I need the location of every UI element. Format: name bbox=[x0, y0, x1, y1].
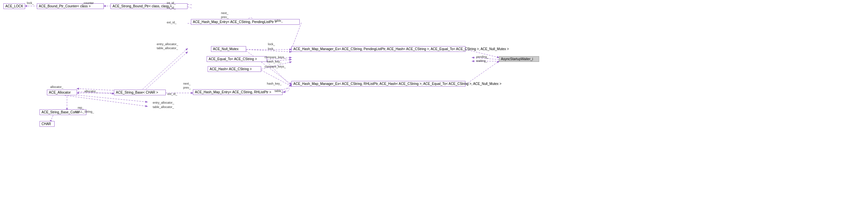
svg-line-17 bbox=[144, 52, 188, 91]
edge-label-compare2: compare_keys_ bbox=[265, 65, 286, 68]
node-ace-equal-to-cstring: ACE_Equal_To< ACE_CString > bbox=[207, 56, 267, 62]
edge-label-prev1: prev_ bbox=[221, 15, 229, 19]
node-ace-null-mutex: ACE_Null_Mutex bbox=[211, 46, 246, 52]
node-hash-map-entry-pending: ACE_Hash_Map_Entry< ACE_CString, Pending… bbox=[191, 19, 300, 25]
node-ace-lock: ACE_LOCK bbox=[3, 3, 25, 9]
edge-label-null-string: NULL_String_ bbox=[75, 110, 94, 113]
edge-label-extid2: ext_id_ bbox=[167, 92, 177, 96]
edge-label-table-alloc2: table_allocator_ bbox=[153, 105, 174, 109]
node-ace-string-base-char: ACE_String_Base< CHAR > bbox=[114, 90, 166, 95]
node-hash-map-entry-rhlist: ACE_Hash_Map_Entry< ACE_CString, RHListP… bbox=[193, 89, 283, 95]
edge-label-compare1: compare_keys_ bbox=[265, 56, 286, 59]
edge-label-intid2: int_id_ bbox=[167, 6, 176, 9]
edge-label-entry-alloc1: entry_allocator_ bbox=[157, 42, 178, 46]
diagram-container: ACE_LOCK ACE_Bound_Ptr_Counter< class > … bbox=[0, 0, 868, 209]
edge-label-extid1: ext_id_ bbox=[167, 21, 177, 24]
edge-label-waiting: waiting_ bbox=[476, 59, 487, 63]
svg-line-3 bbox=[188, 7, 192, 8]
diagram-arrows bbox=[0, 0, 868, 209]
svg-line-28 bbox=[62, 95, 147, 106]
edge-label-next2: next_ bbox=[183, 82, 190, 85]
svg-line-5 bbox=[291, 23, 301, 49]
edge-label-pending: pending_ bbox=[476, 55, 489, 59]
node-ace-allocator: ACE_Allocator bbox=[47, 90, 77, 95]
edge-label-rep: rep_ bbox=[78, 106, 84, 109]
edge-label-hashkey1: hash_key_ bbox=[267, 60, 282, 63]
edge-label-lock3: lock_ bbox=[268, 47, 275, 50]
node-char: CHAR bbox=[39, 121, 55, 127]
node-ace-strong-bound-ptr: ACE_Strong_Bound_Ptr< class, class > bbox=[111, 3, 188, 9]
edge-label-prev2: prev_ bbox=[183, 86, 191, 89]
edge-label-allocator2: allocator_ bbox=[84, 90, 97, 93]
edge-label-allocator1: allocator_ bbox=[50, 85, 63, 89]
edge-label-table2: table_ bbox=[275, 89, 283, 93]
node-hash-map-manager-pending: ACE_Hash_Map_Manager_Ex< ACE_CString, Pe… bbox=[291, 46, 465, 52]
svg-line-16 bbox=[141, 48, 188, 91]
edge-label-lock1: lock_ bbox=[27, 1, 34, 5]
node-async-startup-waiter: AsyncStartupWaiter_i bbox=[499, 56, 539, 62]
node-hash-map-manager-rhlist: ACE_Hash_Map_Manager_Ex< ACE_CString, RH… bbox=[291, 81, 465, 86]
edge-label-next1: next_ bbox=[221, 11, 228, 15]
edge-label-table1: table_ bbox=[275, 19, 283, 23]
svg-line-23 bbox=[465, 61, 499, 84]
edge-label-entry-alloc2: entry_allocator_ bbox=[153, 101, 174, 104]
svg-line-15 bbox=[283, 84, 291, 93]
node-ace-hash-cstring: ACE_Hash< ACE_CString > bbox=[208, 66, 261, 72]
edge-label-table-alloc1: table_allocator_ bbox=[157, 46, 178, 50]
edge-label-lock2: lock_ bbox=[268, 42, 275, 46]
edge-label-intid1: int_id_ bbox=[167, 1, 176, 5]
edge-label-counter: _counter bbox=[82, 1, 94, 5]
edge-label-hashkey2: hash_key_ bbox=[267, 82, 282, 85]
